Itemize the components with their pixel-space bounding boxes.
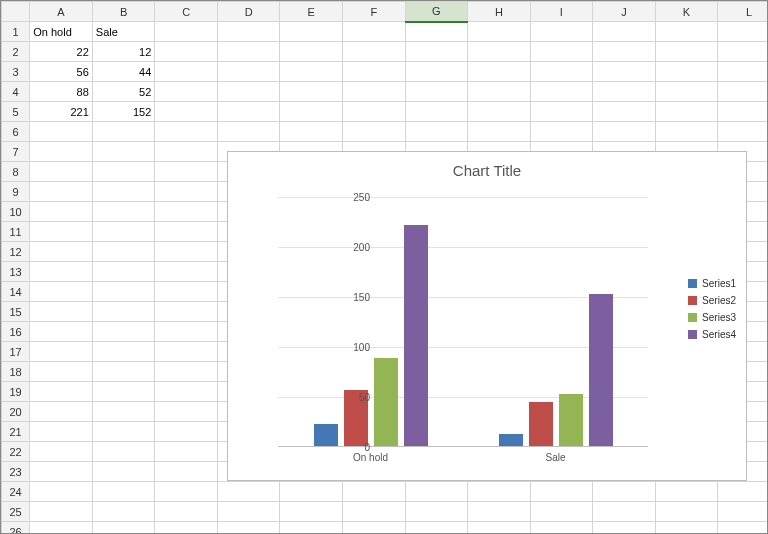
cell-B17[interactable] <box>92 342 155 362</box>
row-header-19[interactable]: 19 <box>2 382 30 402</box>
cell-A26[interactable] <box>30 522 93 535</box>
cell-F1[interactable] <box>342 22 405 42</box>
column-header-H[interactable]: H <box>468 2 531 22</box>
cell-C16[interactable] <box>155 322 218 342</box>
cell-A5[interactable]: 221 <box>30 102 93 122</box>
row-header-25[interactable]: 25 <box>2 502 30 522</box>
row-header-21[interactable]: 21 <box>2 422 30 442</box>
row-header-16[interactable]: 16 <box>2 322 30 342</box>
cell-G2[interactable] <box>405 42 468 62</box>
column-header-C[interactable]: C <box>155 2 218 22</box>
cell-A8[interactable] <box>30 162 93 182</box>
cell-A20[interactable] <box>30 402 93 422</box>
cell-A2[interactable]: 22 <box>30 42 93 62</box>
cell-B10[interactable] <box>92 202 155 222</box>
row-header-3[interactable]: 3 <box>2 62 30 82</box>
cell-C18[interactable] <box>155 362 218 382</box>
cell-B15[interactable] <box>92 302 155 322</box>
cell-D1[interactable] <box>217 22 280 42</box>
cell-F26[interactable] <box>342 522 405 535</box>
cell-C26[interactable] <box>155 522 218 535</box>
cell-B25[interactable] <box>92 502 155 522</box>
cell-D24[interactable] <box>217 482 280 502</box>
cell-E24[interactable] <box>280 482 343 502</box>
cell-L26[interactable] <box>718 522 768 535</box>
cell-L24[interactable] <box>718 482 768 502</box>
cell-D4[interactable] <box>217 82 280 102</box>
cell-E4[interactable] <box>280 82 343 102</box>
cell-C5[interactable] <box>155 102 218 122</box>
cell-B4[interactable]: 52 <box>92 82 155 102</box>
cell-B13[interactable] <box>92 262 155 282</box>
cell-L1[interactable] <box>718 22 768 42</box>
cell-A18[interactable] <box>30 362 93 382</box>
cell-C8[interactable] <box>155 162 218 182</box>
cell-H25[interactable] <box>468 502 531 522</box>
cell-G24[interactable] <box>405 482 468 502</box>
cell-J6[interactable] <box>593 122 656 142</box>
row-header-5[interactable]: 5 <box>2 102 30 122</box>
cell-B24[interactable] <box>92 482 155 502</box>
cell-C15[interactable] <box>155 302 218 322</box>
cell-D5[interactable] <box>217 102 280 122</box>
cell-A9[interactable] <box>30 182 93 202</box>
cell-B5[interactable]: 152 <box>92 102 155 122</box>
row-header-13[interactable]: 13 <box>2 262 30 282</box>
row-header-24[interactable]: 24 <box>2 482 30 502</box>
cell-L5[interactable] <box>718 102 768 122</box>
column-header-K[interactable]: K <box>655 2 718 22</box>
cell-F6[interactable] <box>342 122 405 142</box>
column-header-I[interactable]: I <box>530 2 593 22</box>
cell-C1[interactable] <box>155 22 218 42</box>
cell-G1[interactable] <box>405 22 468 42</box>
cell-A24[interactable] <box>30 482 93 502</box>
cell-C22[interactable] <box>155 442 218 462</box>
cell-A11[interactable] <box>30 222 93 242</box>
cell-F24[interactable] <box>342 482 405 502</box>
cell-H2[interactable] <box>468 42 531 62</box>
cell-A23[interactable] <box>30 462 93 482</box>
cell-I25[interactable] <box>530 502 593 522</box>
cell-E25[interactable] <box>280 502 343 522</box>
cell-B9[interactable] <box>92 182 155 202</box>
cell-H5[interactable] <box>468 102 531 122</box>
cell-A19[interactable] <box>30 382 93 402</box>
cell-J25[interactable] <box>593 502 656 522</box>
cell-C12[interactable] <box>155 242 218 262</box>
cell-B20[interactable] <box>92 402 155 422</box>
cell-C23[interactable] <box>155 462 218 482</box>
cell-G5[interactable] <box>405 102 468 122</box>
column-header-B[interactable]: B <box>92 2 155 22</box>
cell-A3[interactable]: 56 <box>30 62 93 82</box>
cell-G26[interactable] <box>405 522 468 535</box>
cell-C10[interactable] <box>155 202 218 222</box>
cell-L4[interactable] <box>718 82 768 102</box>
row-header-26[interactable]: 26 <box>2 522 30 535</box>
cell-A16[interactable] <box>30 322 93 342</box>
column-header-J[interactable]: J <box>593 2 656 22</box>
cell-E1[interactable] <box>280 22 343 42</box>
column-header-A[interactable]: A <box>30 2 93 22</box>
row-header-11[interactable]: 11 <box>2 222 30 242</box>
cell-B8[interactable] <box>92 162 155 182</box>
cell-C19[interactable] <box>155 382 218 402</box>
cell-G3[interactable] <box>405 62 468 82</box>
cell-C9[interactable] <box>155 182 218 202</box>
row-header-12[interactable]: 12 <box>2 242 30 262</box>
cell-E3[interactable] <box>280 62 343 82</box>
cell-K26[interactable] <box>655 522 718 535</box>
cell-A10[interactable] <box>30 202 93 222</box>
cell-G4[interactable] <box>405 82 468 102</box>
cell-I4[interactable] <box>530 82 593 102</box>
column-header-D[interactable]: D <box>217 2 280 22</box>
cell-A21[interactable] <box>30 422 93 442</box>
cell-C20[interactable] <box>155 402 218 422</box>
cell-K24[interactable] <box>655 482 718 502</box>
cell-J5[interactable] <box>593 102 656 122</box>
cell-A4[interactable]: 88 <box>30 82 93 102</box>
row-header-15[interactable]: 15 <box>2 302 30 322</box>
cell-F4[interactable] <box>342 82 405 102</box>
embedded-chart[interactable]: Chart Title Series1Series2Series3Series4… <box>227 151 747 481</box>
cell-E5[interactable] <box>280 102 343 122</box>
row-header-14[interactable]: 14 <box>2 282 30 302</box>
